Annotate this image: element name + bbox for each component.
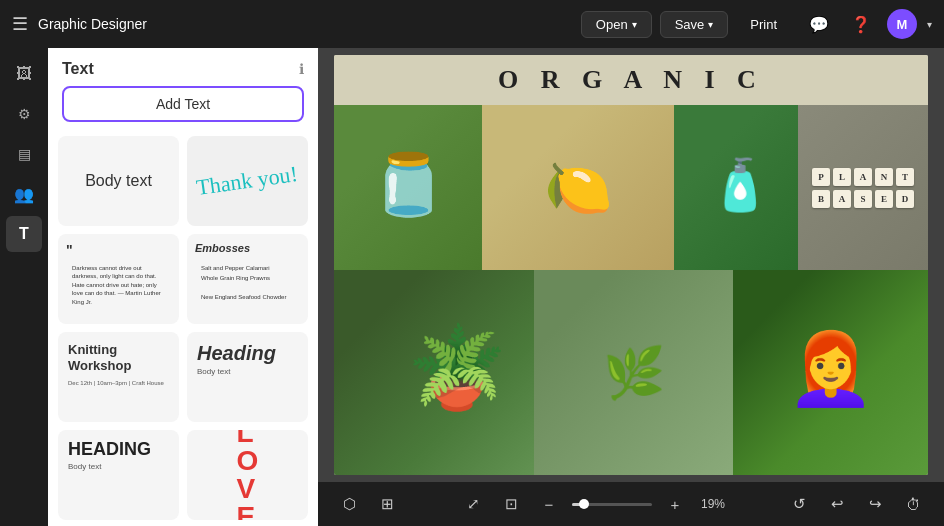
plant-word: P L A N T: [812, 168, 914, 186]
topbar-center: Open ▾ Save ▾ Print: [581, 11, 791, 38]
grid-toolbar-button[interactable]: ⊞: [372, 489, 402, 519]
panel-header: Text ℹ: [48, 48, 318, 86]
chat-icon-button[interactable]: 💬: [803, 8, 835, 40]
refresh-button[interactable]: ↺: [784, 489, 814, 519]
big-heading-text: HEADING: [68, 440, 151, 458]
zoom-out-button[interactable]: −: [534, 489, 564, 519]
organic-header: O R G A N I C: [334, 55, 928, 105]
history-button[interactable]: ⏱: [898, 489, 928, 519]
redo-button[interactable]: ↪: [860, 489, 890, 519]
text-card-quote[interactable]: " Darkness cannot drive out darkness, on…: [58, 234, 179, 324]
hand-pot-image: [534, 270, 734, 475]
main-layout: 🖼 ⚙ ▤ 👥 T Text ℹ Add Text Body text: [0, 48, 944, 526]
avatar-chevron: ▾: [927, 19, 932, 30]
zoom-in-button[interactable]: +: [660, 489, 690, 519]
sidebar-item-layers[interactable]: ▤: [6, 136, 42, 172]
letter-A: A: [854, 168, 872, 186]
sidebar-item-image[interactable]: 🖼: [6, 56, 42, 92]
add-text-button[interactable]: Add Text: [62, 86, 304, 122]
zoom-value: 19%: [698, 497, 728, 511]
text-panel: Text ℹ Add Text Body text Thank you! " D…: [48, 48, 318, 526]
letter-T: T: [896, 168, 914, 186]
text-grid: Body text Thank you! " Darkness cannot d…: [58, 136, 308, 520]
layers-toolbar-button[interactable]: ⬡: [334, 489, 364, 519]
bottom-right-tools: ↺ ↩ ↪ ⏱: [784, 489, 928, 519]
topbar-right: 💬 ❓ M ▾: [803, 8, 932, 40]
letter-L: L: [833, 168, 851, 186]
big-heading-sub: Body text: [68, 462, 101, 471]
based-word: B A S E D: [812, 190, 914, 208]
heading-body: Body text: [197, 367, 230, 376]
zoom-slider-thumb: [579, 499, 589, 509]
knitting-title: KnittingWorkshop: [68, 342, 131, 373]
image-icon: 🖼: [16, 65, 32, 83]
text-card-knitting[interactable]: KnittingWorkshop Dec 12th | 10am–3pm | C…: [58, 332, 179, 422]
zoom-slider[interactable]: [572, 503, 652, 506]
letter-S: S: [854, 190, 872, 208]
embosses-title: Embosses: [195, 242, 250, 254]
sidebar-icons: 🖼 ⚙ ▤ 👥 T: [0, 48, 48, 526]
panel-title: Text: [62, 60, 94, 78]
fit-width-button[interactable]: ⊡: [496, 489, 526, 519]
sidebar-item-text[interactable]: T: [6, 216, 42, 252]
thank-you-label: Thank you!: [195, 161, 300, 201]
sidebar-item-filter[interactable]: ⚙: [6, 96, 42, 132]
layers-icon: ▤: [18, 146, 31, 162]
text-card-love[interactable]: LOVE: [187, 430, 308, 520]
open-button[interactable]: Open ▾: [581, 11, 652, 38]
letter-N: N: [875, 168, 893, 186]
letter-A2: A: [833, 190, 851, 208]
text-card-big-heading[interactable]: HEADING Body text: [58, 430, 179, 520]
filter-icon: ⚙: [18, 106, 31, 122]
quote-text: Darkness cannot drive out darkness, only…: [66, 258, 171, 312]
app-title: Graphic Designer: [38, 16, 147, 32]
panel-info-icon[interactable]: ℹ: [299, 61, 304, 77]
canvas[interactable]: O R G A N I C P L A N T: [334, 55, 928, 475]
knitting-sub: Dec 12th | 10am–3pm | Craft House: [68, 380, 164, 386]
text-card-heading[interactable]: Heading Body text: [187, 332, 308, 422]
plant-based-area: P L A N T B A S E D: [798, 105, 928, 270]
fit-screen-button[interactable]: ⤢: [458, 489, 488, 519]
menu-icon[interactable]: ☰: [12, 13, 28, 35]
help-icon-button[interactable]: ❓: [845, 8, 877, 40]
embosses-content: Salt and Pepper Calamari Whole Grain Rin…: [195, 258, 292, 308]
canvas-area: O R G A N I C P L A N T: [318, 48, 944, 526]
letter-E: E: [875, 190, 893, 208]
save-button[interactable]: Save ▾: [660, 11, 729, 38]
bottom-left-tools: ⬡ ⊞: [334, 489, 402, 519]
zoom-controls: ⤢ ⊡ − + 19%: [458, 489, 728, 519]
letter-P: P: [812, 168, 830, 186]
bottom-toolbar: ⬡ ⊞ ⤢ ⊡ − + 19% ↺ ↩ ↪ ⏱: [318, 482, 944, 526]
sidebar-item-people[interactable]: 👥: [6, 176, 42, 212]
panel-scroll[interactable]: Body text Thank you! " Darkness cannot d…: [48, 132, 318, 526]
people-icon: 👥: [14, 185, 34, 204]
quote-mark: ": [66, 242, 73, 258]
canvas-wrapper[interactable]: O R G A N I C P L A N T: [318, 48, 944, 482]
bottle-image: [674, 105, 806, 270]
letter-B: B: [812, 190, 830, 208]
topbar-left: ☰ Graphic Designer: [12, 13, 569, 35]
text-card-body[interactable]: Body text: [58, 136, 179, 226]
woman-image: [733, 270, 928, 475]
love-text: LOVE: [237, 430, 259, 520]
print-button[interactable]: Print: [736, 11, 791, 38]
text-card-thankyou[interactable]: Thank you!: [187, 136, 308, 226]
avatar[interactable]: M: [887, 9, 917, 39]
letter-D: D: [896, 190, 914, 208]
undo-button[interactable]: ↩: [822, 489, 852, 519]
body-text-label: Body text: [85, 172, 152, 190]
lemon-drink-image: [334, 105, 482, 270]
text-card-embosses[interactable]: Embosses Salt and Pepper Calamari Whole …: [187, 234, 308, 324]
text-icon: T: [19, 225, 29, 243]
heading-title: Heading: [197, 342, 276, 365]
organic-text: O R G A N I C: [498, 65, 764, 95]
lemons-image: [482, 105, 674, 270]
topbar: ☰ Graphic Designer Open ▾ Save ▾ Print 💬…: [0, 0, 944, 48]
